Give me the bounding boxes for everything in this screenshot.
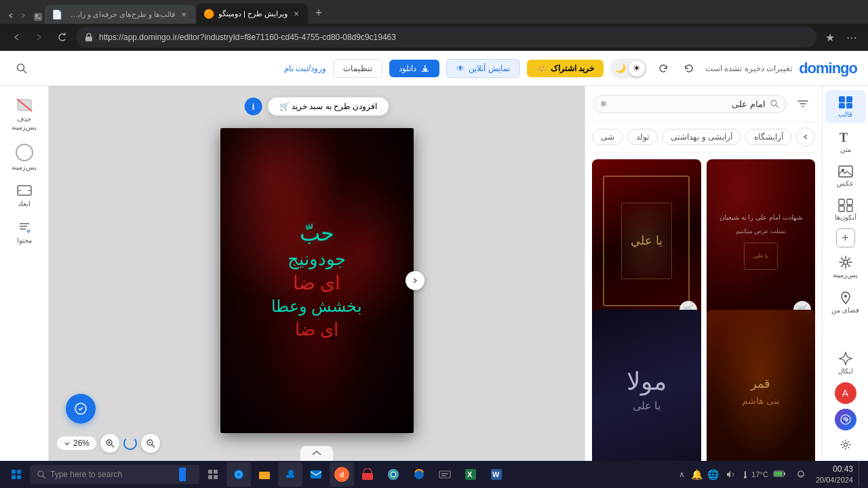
svg-point-39 xyxy=(844,419,846,421)
tab-close-btn[interactable]: ✕ xyxy=(179,9,189,19)
favorites-btn[interactable]: ★ xyxy=(821,28,840,47)
sidebar-tool-text[interactable]: T متن xyxy=(825,124,866,159)
taskbar-app-browser[interactable] xyxy=(226,462,251,487)
template-card-2[interactable]: شهادت امام علی را به شیعیان نسلت عرض میک… xyxy=(707,159,816,323)
canvas-image[interactable]: حبّ جودونیج ای ضا بخشش وعطا ای ضا xyxy=(220,128,414,433)
start-btn[interactable] xyxy=(4,462,28,487)
sys-battery[interactable] xyxy=(770,467,789,482)
browser-menu-btn[interactable]: ⋯ xyxy=(842,28,861,47)
canvas-bottom-arrow[interactable] xyxy=(300,446,333,461)
undo-btn[interactable] xyxy=(679,59,698,78)
theme-toggle[interactable]: ☀ 🌙 xyxy=(610,58,647,79)
panel-filter-btn[interactable] xyxy=(792,93,814,115)
sidebar-tool-ai[interactable]: ایکال xyxy=(825,347,866,379)
header-search-btn[interactable] xyxy=(11,58,33,79)
svg-rect-32 xyxy=(847,199,852,205)
taskbar-app-chrome[interactable] xyxy=(381,462,406,487)
svg-rect-61 xyxy=(441,475,446,476)
tab-active-close-btn[interactable]: ✕ xyxy=(292,9,301,18)
tab-back-btn[interactable] xyxy=(5,10,16,21)
sidebar-settings-btn[interactable] xyxy=(835,434,856,455)
float-action-btn[interactable] xyxy=(66,394,96,424)
taskbar-clock[interactable]: 00:43 20/04/2024 xyxy=(812,464,857,485)
nav-refresh[interactable] xyxy=(53,28,72,47)
taskbar-app-explorer[interactable] xyxy=(252,462,277,487)
zoom-out-btn[interactable] xyxy=(141,434,160,453)
taskbar-app-store[interactable] xyxy=(355,462,380,487)
sidebar-tool-bg[interactable]: پس‌زمینه xyxy=(825,249,866,284)
browser-tab-label: قالب‌ها و طرح‌های حرفه‌ای و رایگان xyxy=(66,10,175,19)
sidebar-add-btn[interactable]: + xyxy=(836,228,855,247)
sidebar-tool-icons[interactable]: آیکون‌ها xyxy=(825,193,866,226)
subscribe-btn[interactable]: خرید اشتراک 👑 xyxy=(527,60,604,77)
taskbar-app-domingo[interactable]: d xyxy=(330,462,354,487)
taskbar-notification[interactable] xyxy=(791,465,810,484)
light-theme-btn[interactable]: ☀ xyxy=(629,60,645,77)
browser-tab-inactive[interactable]: 📄 قالب‌ها و طرح‌های حرفه‌ای و رایگان ✕ xyxy=(45,5,195,24)
taskbar-app-edge[interactable] xyxy=(278,462,302,487)
redo-btn[interactable] xyxy=(654,59,673,78)
svg-point-36 xyxy=(844,295,847,298)
tool-bg[interactable]: پس‌زمینه xyxy=(3,138,46,176)
sys-tray-network[interactable]: 🌐 xyxy=(706,468,720,481)
panel-search-input[interactable] xyxy=(610,99,766,109)
browser-tab-active[interactable]: 🟠 ویرایش طرح | دومینگو ✕ xyxy=(197,3,308,24)
nav-back[interactable] xyxy=(7,28,26,47)
svg-rect-69 xyxy=(774,472,783,476)
taskbar-app-word[interactable]: W xyxy=(484,462,509,487)
zoom-in-btn[interactable] xyxy=(100,434,119,453)
login-btn[interactable]: ورود/ثبت نام xyxy=(284,64,327,73)
panel-search-bar xyxy=(585,86,822,122)
download-btn[interactable]: دانلود xyxy=(389,60,439,77)
preview-btn[interactable]: نمایش آنلاین 👁 xyxy=(446,59,519,78)
sidebar-ai-label: ایکال xyxy=(838,367,853,375)
nav-forward[interactable] xyxy=(30,28,49,47)
settings-btn[interactable]: تنظیمات xyxy=(333,59,382,78)
tool-delete-bg[interactable]: حذف پس‌زمینه xyxy=(3,92,46,137)
sys-tray-icon-1[interactable]: 🔔 xyxy=(690,468,704,481)
tool-dimensions[interactable]: ابعاد xyxy=(3,178,46,213)
sidebar-tool-photo[interactable]: عکس xyxy=(825,159,866,192)
sys-tray-volume[interactable] xyxy=(722,466,738,483)
taskbar-app-excel[interactable]: X xyxy=(458,462,483,487)
sys-expand-btn[interactable]: ∧ xyxy=(676,468,688,481)
user-avatar[interactable]: A xyxy=(835,382,856,404)
ai-brain-btn[interactable] xyxy=(835,409,856,430)
add-to-cart-btn[interactable]: افزودن طرح به سبد خرید 🛒 xyxy=(268,97,389,116)
sidebar-bg-label: پس‌زمینه xyxy=(833,271,858,279)
tab-forward-btn[interactable] xyxy=(18,10,28,21)
svg-rect-45 xyxy=(208,475,212,479)
svg-rect-43 xyxy=(208,470,212,474)
taskbar-search-text: Type here to search xyxy=(50,470,122,479)
category-tab-araye[interactable]: آرایشگاه xyxy=(745,129,792,145)
download-icon xyxy=(420,64,430,73)
sidebar-tool-myspace[interactable]: فضای من xyxy=(825,285,866,319)
address-bar[interactable]: https://app.domingo.ir/editor?industryId… xyxy=(76,27,816,47)
header-save-msg: تغییرات ذخیره نشده است xyxy=(705,64,792,73)
taskbar-app-firefox[interactable] xyxy=(407,462,431,487)
taskbar-app-explorer2[interactable] xyxy=(433,462,457,487)
canvas-nav-right[interactable] xyxy=(406,271,425,290)
new-tab-btn[interactable]: + xyxy=(309,5,328,24)
template-card-3[interactable]: مولا یا علی xyxy=(592,310,701,462)
sidebar-tool-template[interactable]: قالب xyxy=(825,90,866,123)
svg-text:W: W xyxy=(492,470,500,479)
svg-line-19 xyxy=(152,445,155,447)
canvas-container: حبّ جودونیج ای ضا بخشش وعطا ای ضا xyxy=(220,128,414,433)
svg-line-5 xyxy=(23,70,26,73)
template-card-4[interactable]: قمر بنی هاشم xyxy=(707,310,816,462)
taskbar-app-task-view[interactable] xyxy=(201,462,225,487)
tool-delete-bg-label: حذف پس‌زمینه xyxy=(5,115,43,131)
category-tab-araye2[interactable]: آرایشی و بهداشتی xyxy=(662,129,741,145)
dark-theme-btn[interactable]: 🌙 xyxy=(612,60,629,77)
taskbar-search[interactable]: Type here to search xyxy=(30,465,199,484)
svg-rect-27 xyxy=(846,103,852,108)
taskbar-app-email[interactable] xyxy=(304,462,328,487)
tool-content[interactable]: محتوا xyxy=(3,214,46,249)
info-btn[interactable]: i xyxy=(245,98,262,115)
category-back-btn[interactable] xyxy=(796,127,815,146)
category-tab-shi[interactable]: شی xyxy=(592,129,623,145)
category-tab-birth[interactable]: تولد xyxy=(627,129,658,145)
template-card-1[interactable]: يا علي 🛒 xyxy=(592,159,701,323)
show-desktop-btn[interactable] xyxy=(859,462,864,487)
